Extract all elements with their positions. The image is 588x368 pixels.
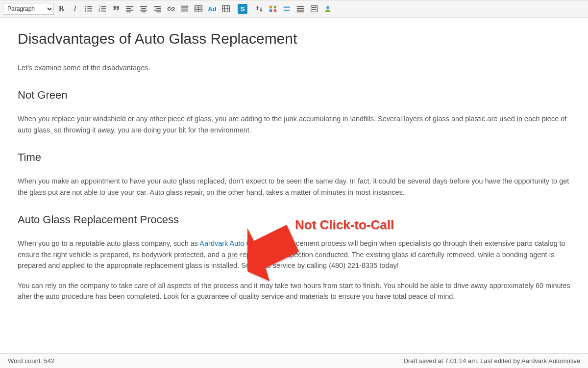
svg-point-2 [85,8,86,10]
format-select[interactable]: Paragraph [3,3,54,15]
svg-rect-41 [284,10,290,11]
svg-rect-22 [154,10,161,11]
table-button[interactable] [192,2,205,15]
save-status: Draft saved at 7:01:14 am. Last edited b… [403,357,580,365]
svg-rect-17 [142,8,146,9]
align-right-button[interactable] [151,2,164,15]
bullet-list-button[interactable] [82,2,95,15]
svg-rect-18 [140,10,147,11]
svg-rect-44 [297,10,304,11]
svg-rect-3 [87,8,92,9]
svg-rect-26 [181,9,188,10]
heading-1: Disadvantages of Auto Glass Replacement [18,27,570,51]
svg-rect-40 [284,7,290,8]
sort-button[interactable] [253,2,266,15]
editor-content[interactable]: Disadvantages of Auto Glass Replacement … [0,18,588,351]
word-count: Word count: 542 [8,357,54,365]
svg-rect-19 [142,11,146,12]
svg-rect-23 [156,11,161,12]
svg-point-4 [85,10,86,12]
svg-rect-13 [126,8,131,9]
paragraph: When you replace your windshield or any … [18,113,570,135]
svg-rect-27 [181,11,188,12]
link-button[interactable] [165,2,177,15]
heading-2: Time [18,149,570,166]
svg-rect-43 [297,8,304,9]
status-bar: Word count: 542 Draft saved at 7:01:14 a… [0,353,588,368]
company-link[interactable]: Aardvark Auto Glass [199,239,264,247]
svg-rect-21 [156,8,161,9]
blockquote-button[interactable] [110,2,122,15]
svg-rect-25 [181,7,188,8]
svg-point-49 [326,6,329,9]
svg-rect-47 [312,7,317,8]
bold-button[interactable]: B [55,2,68,15]
justify-button[interactable] [294,2,307,15]
svg-rect-38 [270,9,272,12]
svg-rect-45 [297,11,304,12]
align-left-button[interactable] [123,2,136,15]
svg-rect-5 [87,11,92,12]
svg-rect-15 [126,11,131,12]
svg-text:3: 3 [98,9,100,12]
svg-rect-12 [126,6,133,7]
align-center-button[interactable] [137,2,150,15]
paragraph: Let's examine some of the disadvantages. [18,62,570,73]
user-button[interactable] [321,2,334,15]
svg-rect-16 [140,6,147,7]
svg-rect-20 [154,6,161,7]
svg-rect-24 [181,6,188,7]
s-plugin-button[interactable]: S [238,4,247,14]
svg-rect-42 [297,6,304,7]
svg-rect-1 [87,6,92,7]
heading-2: Auto Glass Replacement Process [18,211,570,228]
form-button[interactable] [308,2,320,15]
svg-point-0 [85,6,86,7]
svg-rect-14 [126,10,133,11]
grid-button[interactable] [220,2,232,15]
insert-more-button[interactable] [178,2,191,15]
columns-button[interactable] [267,2,279,15]
svg-rect-11 [101,11,106,12]
svg-rect-7 [101,6,106,7]
svg-rect-37 [274,6,276,8]
svg-rect-39 [274,9,276,12]
paragraph: When you make an appointment to have you… [18,176,570,198]
svg-rect-9 [101,8,106,9]
editor-toolbar: Paragraph B I 123 Ad S [0,0,588,18]
paragraph: You can rely on the company to take care… [18,280,570,302]
clear-button[interactable] [280,2,293,15]
number-list-button[interactable]: 123 [96,2,109,15]
spellcheck-word: pre [227,251,238,259]
paragraph: When you go to a reputable auto glass co… [18,238,570,271]
ad-button[interactable]: Ad [206,2,219,15]
svg-rect-48 [312,9,317,10]
svg-rect-36 [270,6,272,8]
italic-button[interactable]: I [69,2,81,15]
heading-2: Not Green [18,87,570,104]
